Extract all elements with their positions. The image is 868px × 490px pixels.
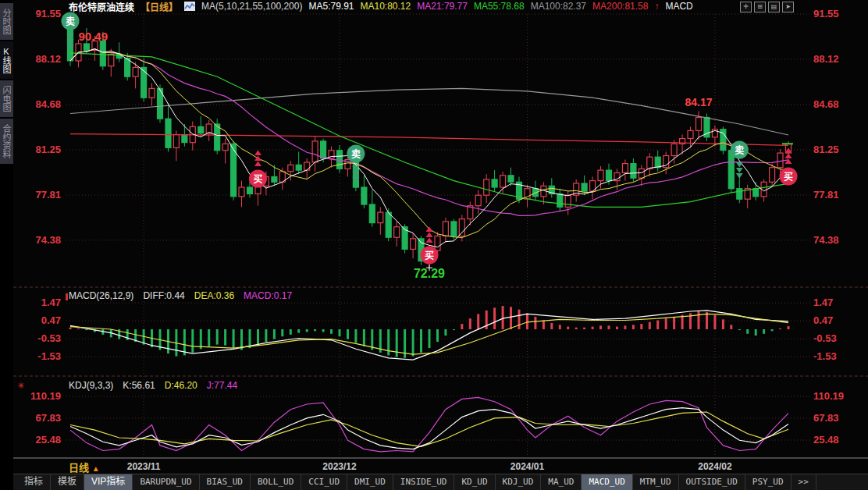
tab-MA_UD[interactable]: MA_UD <box>541 474 582 490</box>
y-axis-label: 0.47 <box>813 314 833 326</box>
tab-OUTSIDE_UD[interactable]: OUTSIDE_UD <box>679 474 745 490</box>
candle <box>484 179 489 195</box>
tab-指标[interactable]: 指标 <box>17 474 51 490</box>
candle <box>500 176 506 187</box>
sell-marker-label: 卖 <box>735 144 744 156</box>
candle <box>688 130 693 138</box>
tab-MTM_UD[interactable]: MTM_UD <box>633 474 679 490</box>
candle <box>312 141 318 162</box>
candle <box>247 187 253 194</box>
indicator-tab-bar: 指标模板VIP指标BARUPDN_UDBIAS_UDBOLL_UDCCI_UDD… <box>13 474 868 490</box>
candle <box>451 222 457 236</box>
candle <box>492 179 497 187</box>
candle <box>369 204 375 223</box>
y-axis-label: 110.19 <box>30 390 61 402</box>
buy-signal-triangle-icon <box>785 154 792 159</box>
period-selector-label[interactable]: 日线 <box>69 462 89 474</box>
ma-legend-item: MA10:80.12 <box>361 1 411 12</box>
y-axis-label: 67.83 <box>813 412 839 424</box>
tab-PSY_UD[interactable]: PSY_UD <box>745 474 792 490</box>
kdj-panel-marker-icon: ✳ <box>17 382 24 390</box>
kdj-lines <box>70 397 788 452</box>
macd-panel-marker-icon <box>66 293 68 300</box>
candle <box>655 157 660 168</box>
candle <box>622 164 628 173</box>
y-axis-label: 77.81 <box>813 189 839 201</box>
candle <box>557 194 563 208</box>
candle <box>475 195 481 206</box>
candle <box>386 212 391 237</box>
instrument-title: 布伦特原油连续 <box>69 0 134 13</box>
dea-value-label: DEA:0.36 <box>194 290 234 301</box>
up-arrow-icon: ↑ <box>654 1 659 12</box>
tab-MACD_UD[interactable]: MACD_UD <box>582 474 632 490</box>
layout-icon[interactable]: ▤ <box>768 2 780 12</box>
buy-signal-triangle-icon <box>426 233 433 238</box>
tab-BARUPDN_UD[interactable]: BARUPDN_UD <box>133 474 199 490</box>
sell-signal-triangle-icon <box>736 162 743 168</box>
macd-value-label: MACD:0.17 <box>244 290 292 301</box>
tab-CCI_UD[interactable]: CCI_UD <box>301 474 347 490</box>
kdj-panel-header: KDJ(9,3,3) K:56.61 D:46.20 J:77.44 <box>69 380 237 391</box>
tab-BIAS_UD[interactable]: BIAS_UD <box>200 474 251 490</box>
next-page-icon[interactable]: ➤ <box>782 2 794 12</box>
candle <box>737 189 742 200</box>
y-axis-label: 25.48 <box>813 434 839 446</box>
chart-canvas[interactable]: 91.5591.5588.1288.1284.6884.6881.2581.25… <box>0 0 868 490</box>
macd-panel-header: MACD(26,12,9) DIFF:0.44 DEA:0.36 MACD:0.… <box>69 290 292 301</box>
tab-DMI_UD[interactable]: DMI_UD <box>347 474 393 490</box>
tab->>[interactable]: >> <box>792 474 816 490</box>
price-annotation-label: 90.49 <box>79 30 108 43</box>
candle <box>198 126 204 133</box>
ma-legend-item: MA21:79.77 <box>417 1 468 12</box>
tab-模板[interactable]: 模板 <box>51 474 84 490</box>
candle <box>770 168 775 183</box>
candle <box>133 67 138 76</box>
candle <box>84 44 89 50</box>
indicator-label[interactable]: MACD <box>665 1 692 12</box>
y-axis-label: 88.12 <box>813 53 839 65</box>
y-axis-label: 81.25 <box>35 144 61 155</box>
buy-marker-label: 买 <box>253 174 262 185</box>
candle <box>361 187 367 204</box>
period-badge[interactable]: 【日线】 <box>141 0 178 13</box>
candle <box>149 88 155 98</box>
tab-KDJ_UD[interactable]: KDJ_UD <box>496 474 542 490</box>
y-axis-label: 88.12 <box>35 53 61 65</box>
y-axis-label: 74.38 <box>35 234 61 246</box>
buy-marker-label: 买 <box>425 250 434 261</box>
candle <box>173 135 179 148</box>
candle <box>100 41 105 66</box>
sidebar-item-timeshare-chart[interactable]: 分时图 <box>0 3 13 40</box>
ma-legend: MA5:79.91MA10:80.12MA21:79.77MA55:78.68M… <box>308 1 648 12</box>
sidebar-item-flash-chart[interactable]: 闪电图 <box>0 80 13 117</box>
crosshair-icon[interactable]: ✛ <box>740 2 752 12</box>
new-window-icon[interactable]: ⊞ <box>754 2 766 12</box>
date-label: 2024/01 <box>510 461 545 472</box>
tab-INSIDE_UD[interactable]: INSIDE_UD <box>393 474 455 490</box>
topbar-icon-group: ✛⊞▤➤ <box>740 2 794 12</box>
tab-VIP指标[interactable]: VIP指标 <box>84 474 133 490</box>
k-value-label: K:56.61 <box>123 380 155 391</box>
y-axis-label: -1.53 <box>813 350 837 362</box>
candle <box>565 195 571 207</box>
candle <box>272 177 277 183</box>
candle <box>125 59 130 77</box>
sell-signal-triangle-icon <box>736 168 743 173</box>
period-selector[interactable]: 日线 ▲ <box>69 460 100 474</box>
y-axis-label: 84.68 <box>813 98 839 110</box>
sell-marker-label: 卖 <box>66 16 75 27</box>
macd-params-label: MACD(26,12,9) <box>69 290 133 301</box>
candle <box>631 164 636 179</box>
candle <box>607 170 612 181</box>
buy-signal-triangle-icon <box>254 156 261 162</box>
candle <box>671 144 677 155</box>
sidebar-item-kline-chart[interactable]: K线图 <box>0 41 13 79</box>
sidebar-item-contract-info[interactable]: 合约资料 <box>0 119 13 164</box>
tab-BOLL_UD[interactable]: BOLL_UD <box>251 474 301 490</box>
candle <box>182 135 187 143</box>
tab-KD_UD[interactable]: KD_UD <box>454 474 495 490</box>
d-value-label: D:46.20 <box>165 380 197 391</box>
ma-group-label: MA(5,10,21,55,100,200) <box>201 1 302 12</box>
date-label: 2023/11 <box>127 461 161 472</box>
